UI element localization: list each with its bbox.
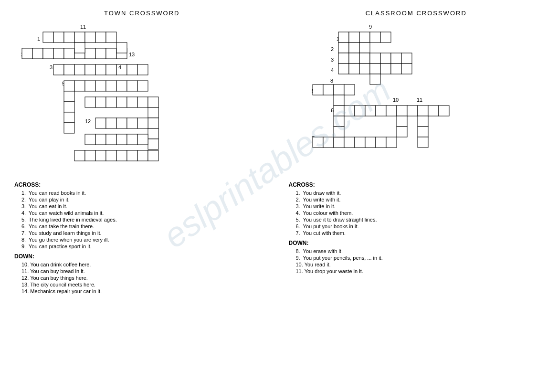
r-clue-num-6-label: 6 [331,107,334,113]
svg-rect-58 [127,134,137,145]
svg-rect-112 [397,127,407,137]
svg-rect-68 [74,42,85,53]
svg-rect-9 [43,48,53,59]
left-across-clue-4: 4. You can watch wild animals in it. [21,210,270,216]
svg-rect-7 [22,48,32,59]
svg-rect-20 [85,64,95,75]
left-across-clue-1: 1. You can read books in it. [21,190,270,196]
right-down-group: DOWN: 8. You erase with it. 9. You put y… [289,240,544,274]
svg-rect-45 [148,107,158,118]
svg-rect-39 [95,97,106,107]
r-clue-num-3-label: 3 [331,57,334,63]
svg-rect-98 [344,106,355,116]
right-column: CLASSROOM CROSSWORD .gc { fill: white; s… [289,10,544,298]
svg-rect-43 [137,97,148,107]
right-across-clue-5: 5. You use it to draw straight lines. [296,217,544,222]
svg-rect-41 [116,97,127,107]
svg-rect-59 [137,134,148,145]
svg-rect-26 [64,81,74,91]
svg-rect-109 [418,127,428,137]
r-clue-num-10-label: 10 [393,97,399,103]
r-clue-num-11-label: 11 [417,97,422,103]
svg-rect-37 [64,123,74,133]
clue-num-13-label: 13 [129,52,135,57]
svg-rect-74 [380,32,391,42]
r-clue-num-8-label: 8 [330,78,333,84]
right-down-header: DOWN: [289,240,544,246]
svg-rect-24 [127,64,137,75]
svg-rect-67 [148,150,158,161]
svg-rect-111 [397,116,407,127]
clue-num-4-label: 4 [118,64,121,70]
svg-rect-93 [323,85,334,95]
svg-rect-19 [74,64,85,75]
svg-rect-73 [370,32,380,42]
right-across-clue-3: 3. You write in it. [296,203,544,209]
svg-rect-14 [95,48,106,59]
svg-rect-27 [74,81,85,91]
svg-rect-3 [74,32,85,42]
svg-rect-107 [439,106,449,116]
left-across-group: ACROSS: 1. You can read books in it. 2. … [14,181,270,249]
svg-rect-54 [85,134,95,145]
svg-rect-51 [116,118,127,128]
svg-rect-42 [127,97,137,107]
clue-num-12-label: 12 [85,118,91,124]
svg-rect-83 [391,53,401,64]
svg-rect-117 [355,137,365,148]
svg-rect-18 [64,64,74,75]
left-crossword-title: TOWN CROSSWORD [14,10,270,17]
svg-rect-116 [344,137,355,148]
svg-rect-99 [355,106,365,116]
svg-rect-95 [344,85,355,95]
svg-rect-40 [106,97,116,107]
svg-rect-60 [74,150,85,161]
svg-rect-76 [349,42,359,53]
svg-rect-32 [127,81,137,91]
svg-rect-87 [359,64,370,74]
svg-rect-72 [359,32,370,42]
svg-rect-28 [85,81,95,91]
left-crossword-grid: .gc { fill: white; stroke: black; stroke… [14,21,196,174]
svg-rect-77 [359,42,370,53]
svg-rect-55 [95,134,106,145]
svg-rect-101 [376,106,386,116]
svg-rect-79 [349,53,359,64]
svg-rect-75 [338,42,349,53]
svg-rect-50 [106,118,116,128]
right-across-clue-1: 1. You draw with it. [296,190,544,196]
svg-rect-105 [418,106,428,116]
svg-rect-64 [116,150,127,161]
r-clue-num-2-label: 2 [331,46,334,52]
right-across-group: ACROSS: 1. You draw with it. 2. You writ… [289,181,544,236]
left-down-clue-13: 13. The city council meets here. [21,282,270,287]
svg-rect-48 [148,139,158,149]
right-down-clue-10: 10. You read it. [296,262,544,267]
clue-num-11-label: 11 [80,24,86,30]
svg-rect-0 [43,32,53,42]
svg-rect-120 [386,137,397,148]
svg-rect-71 [349,32,359,42]
svg-rect-80 [359,53,370,64]
svg-rect-29 [95,81,106,91]
left-down-group: DOWN: 10. You can drink coffee here. 11.… [14,253,270,294]
svg-rect-56 [106,134,116,145]
right-across-clue-6: 6. You put your books in it. [296,223,544,229]
svg-rect-69 [116,42,127,53]
svg-rect-62 [95,150,106,161]
svg-rect-122 [334,116,344,127]
r-clue-num-9-label: 9 [369,24,372,30]
left-down-clue-10: 10. You can drink coffee here. [21,262,270,267]
svg-rect-21 [95,64,106,75]
svg-rect-115 [334,137,344,148]
right-across-clue-2: 2. You write with it. [296,197,544,202]
right-clues: ACROSS: 1. You draw with it. 2. You writ… [289,181,544,274]
left-across-header: ACROSS: [14,181,270,188]
right-crossword-grid: .gc { fill: white; stroke: black; stroke… [289,21,470,174]
svg-rect-13 [85,48,95,59]
svg-rect-114 [323,137,334,148]
right-across-clue-4: 4. You colour with them. [296,210,544,216]
svg-rect-100 [365,106,376,116]
left-across-clue-5: 5. The king lived there in medieval ages… [21,217,270,222]
left-grid-container: .gc { fill: white; stroke: black; stroke… [14,21,270,174]
